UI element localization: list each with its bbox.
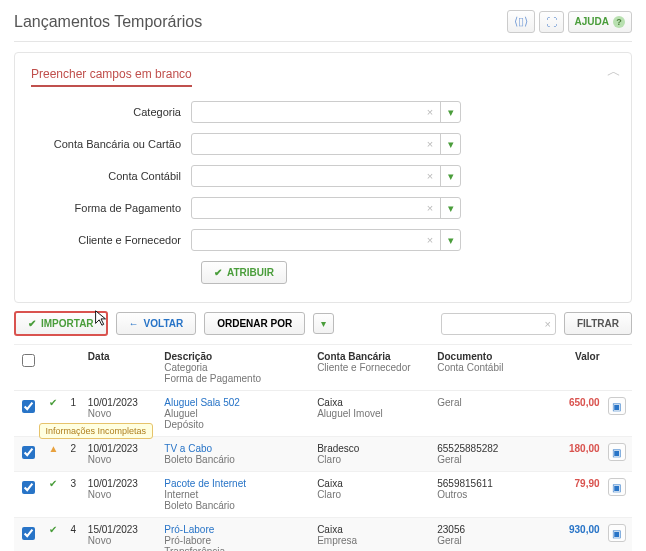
row-conta: Caixa <box>317 478 429 489</box>
note-icon[interactable]: ▣ <box>608 478 626 496</box>
col-categoria-sub: Categoria <box>164 362 309 373</box>
filtrar-button[interactable]: FILTRAR <box>564 312 632 335</box>
col-documento: Documento Conta Contábil <box>433 345 542 391</box>
status-warn-icon: ▲ <box>49 443 59 454</box>
row-contabil: Geral <box>437 397 538 408</box>
row-date-sub: Novo <box>88 535 156 546</box>
row-checkbox[interactable] <box>22 446 35 459</box>
chevron-down-icon[interactable]: ▾ <box>440 102 460 122</box>
clear-icon[interactable]: × <box>421 165 439 187</box>
row-conta: Caixa <box>317 524 429 535</box>
note-icon[interactable]: ▣ <box>608 443 626 461</box>
dropdown-conta-bancaria[interactable]: × ▾ <box>191 133 461 155</box>
row-doc: 65525885282 <box>437 443 538 454</box>
col-descricao: Descrição Categoria Forma de Pagamento <box>160 345 313 391</box>
check-icon: ✔ <box>28 318 36 329</box>
importar-button[interactable]: ✔ IMPORTAR <box>14 311 108 336</box>
clear-icon[interactable]: × <box>421 197 439 219</box>
col-doc-label: Documento <box>437 351 492 362</box>
col-valor: Valor <box>542 345 603 391</box>
row-index: 3 <box>66 472 83 518</box>
row-forma: Depósito <box>164 419 309 430</box>
atribuir-button[interactable]: ✔ ATRIBUIR <box>201 261 287 284</box>
row-conta: Bradesco <box>317 443 429 454</box>
row-contabil: Outros <box>437 489 538 500</box>
expand-fullscreen-icon[interactable]: ⛶ <box>539 11 564 33</box>
note-icon[interactable]: ▣ <box>608 524 626 542</box>
row-forma: Transferência <box>164 546 309 551</box>
row-valor: 650,00 <box>569 397 600 408</box>
row-cliente: Aluguel Imovel <box>317 408 429 419</box>
row-contabil: Geral <box>437 535 538 546</box>
col-conta-label: Conta Bancária <box>317 351 390 362</box>
row-cliente: Claro <box>317 454 429 465</box>
dropdown-categoria[interactable]: × ▾ <box>191 101 461 123</box>
row-desc-link[interactable]: Pacote de Internet <box>164 478 309 489</box>
clear-icon[interactable]: × <box>545 318 551 330</box>
label-cliente-fornecedor: Cliente e Fornecedor <box>31 234 191 246</box>
label-forma-pagamento: Forma de Pagamento <box>31 202 191 214</box>
row-date-sub: Novo <box>88 408 156 419</box>
row-desc-link[interactable]: TV a Cabo <box>164 443 309 454</box>
row-checkbox[interactable] <box>22 527 35 540</box>
chevron-down-icon[interactable]: ▾ <box>440 166 460 186</box>
table-row: ✔415/01/2023NovoPró-LaborePró-laboreTran… <box>14 518 632 552</box>
row-date-sub: Novo <box>88 489 156 500</box>
clear-icon[interactable]: × <box>421 133 439 155</box>
select-all-checkbox[interactable] <box>22 354 35 367</box>
voltar-button[interactable]: ← VOLTAR <box>116 312 197 335</box>
status-ok-icon: ✔ <box>49 397 57 408</box>
table-row: ✔310/01/2023NovoPacote de InternetIntern… <box>14 472 632 518</box>
ordenar-dropdown-toggle[interactable]: ▾ <box>313 313 334 334</box>
clear-icon[interactable]: × <box>421 229 439 251</box>
row-categoria: Pró-labore <box>164 535 309 546</box>
ordenar-button[interactable]: ORDENAR POR <box>204 312 305 335</box>
row-index: 4 <box>66 518 83 552</box>
atribuir-label: ATRIBUIR <box>227 267 274 278</box>
voltar-label: VOLTAR <box>144 318 184 329</box>
row-index: 2 <box>66 437 83 472</box>
note-icon[interactable]: ▣ <box>608 397 626 415</box>
clear-icon[interactable]: × <box>421 101 439 123</box>
filtrar-label: FILTRAR <box>577 318 619 329</box>
col-conta-bancaria: Conta Bancária Cliente e Fornecedor <box>313 345 433 391</box>
help-button[interactable]: AJUDA ? <box>568 11 632 33</box>
row-categoria: Aluguel <box>164 408 309 419</box>
row-date: 10/01/2023 <box>88 478 156 489</box>
status-ok-icon: ✔ <box>49 478 57 489</box>
chevron-down-icon[interactable]: ▾ <box>440 134 460 154</box>
row-contabil: Geral <box>437 454 538 465</box>
help-icon: ? <box>613 16 625 28</box>
row-valor: 79,90 <box>575 478 600 489</box>
chevron-down-icon[interactable]: ▾ <box>440 230 460 250</box>
collapse-icon[interactable]: ︿ <box>607 63 621 81</box>
row-date: 10/01/2023 <box>88 397 156 408</box>
row-cliente: Claro <box>317 489 429 500</box>
row-desc-link[interactable]: Aluguel Sala 502 <box>164 397 309 408</box>
row-valor: 180,00 <box>569 443 600 454</box>
row-checkbox[interactable] <box>22 481 35 494</box>
col-descricao-label: Descrição <box>164 351 212 362</box>
row-checkbox[interactable] <box>22 400 35 413</box>
col-contabil-sub: Conta Contábil <box>437 362 538 373</box>
label-conta-contabil: Conta Contábil <box>31 170 191 182</box>
chevron-down-icon[interactable]: ▾ <box>440 198 460 218</box>
expand-horizontal-icon[interactable]: ⟨▯⟩ <box>507 10 535 33</box>
row-categoria: Internet <box>164 489 309 500</box>
dropdown-conta-contabil[interactable]: × ▾ <box>191 165 461 187</box>
help-label: AJUDA <box>575 16 609 27</box>
label-categoria: Categoria <box>31 106 191 118</box>
col-forma-sub: Forma de Pagamento <box>164 373 309 384</box>
tooltip-incomplete: Informações Incompletas <box>39 423 154 439</box>
row-forma: Boleto Bancário <box>164 454 309 465</box>
ordenar-label: ORDENAR POR <box>217 318 292 329</box>
dropdown-forma-pagamento[interactable]: × ▾ <box>191 197 461 219</box>
search-input[interactable]: × <box>441 313 556 335</box>
dropdown-cliente-fornecedor[interactable]: × ▾ <box>191 229 461 251</box>
importar-label: IMPORTAR <box>41 318 94 329</box>
row-desc-link[interactable]: Pró-Labore <box>164 524 309 535</box>
row-date: 10/01/2023 <box>88 443 156 454</box>
page-title: Lançamentos Temporários <box>14 13 202 31</box>
row-valor: 930,00 <box>569 524 600 535</box>
row-conta: Caixa <box>317 397 429 408</box>
